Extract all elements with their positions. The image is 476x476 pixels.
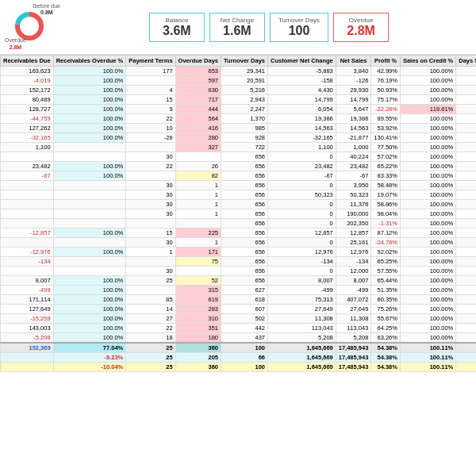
- table-cell: 60.35%: [371, 295, 401, 305]
- summary-cell: 54.38%: [371, 343, 401, 353]
- kpi-net-change: Net Change 1.6M: [209, 13, 265, 42]
- table-cell: 100.0%: [53, 67, 126, 76]
- table-cell: 130.41%: [371, 133, 401, 143]
- table-cell: 656: [221, 228, 268, 238]
- table-cell: 139: [456, 152, 476, 162]
- table-cell: 50.93%: [371, 86, 401, 95]
- table-cell: 0: [268, 152, 336, 162]
- table-cell: 225: [175, 228, 221, 238]
- table-cell: [175, 152, 221, 162]
- table-cell: [175, 267, 221, 276]
- table-cell: 1: [126, 248, 175, 257]
- table-cell: -28: [126, 133, 175, 143]
- table-row: 30165603,95058.48%100.00%1701: [1, 181, 477, 190]
- table-cell: 283: [175, 305, 221, 314]
- table-cell: 624: [456, 219, 476, 228]
- table-row: 301656011,37658.86%100.00%1091: [1, 200, 477, 209]
- kpi-balance-value: 3.6M: [163, 24, 191, 38]
- kpi-turnover-label: Turnover Days: [278, 17, 320, 24]
- table-cell: 656: [221, 152, 268, 162]
- table-cell: 53.92%: [371, 124, 401, 133]
- kpi-overdue-value: 2.8M: [347, 24, 375, 38]
- table-cell: [53, 152, 126, 162]
- table-cell: 100.00%: [400, 209, 455, 219]
- table-cell: [53, 238, 126, 248]
- table-cell: 8,007: [268, 276, 336, 286]
- footer-cell: -10.04%: [53, 363, 126, 372]
- table-cell: 90: [456, 162, 476, 171]
- table-cell: 100.00%: [400, 267, 455, 276]
- table-cell: 75,313: [268, 295, 336, 305]
- table-cell: 118.61%: [400, 105, 455, 114]
- table-cell: 100.00%: [400, 295, 455, 305]
- table-cell: 65.44%: [371, 276, 401, 286]
- col-sales-on-credit: Sales on Credit %: [400, 56, 455, 67]
- table-cell: 100.0%: [53, 333, 126, 344]
- table-cell: 45: [456, 105, 476, 114]
- table-cell: 163,623: [1, 67, 54, 76]
- kpi-turnover-days: Turnover Days 100: [270, 13, 328, 42]
- table-cell: [1, 219, 54, 228]
- table-cell: -32,165: [268, 133, 336, 143]
- table-cell: 407,072: [336, 295, 371, 305]
- table-cell: 57.02%: [371, 152, 401, 162]
- table-cell: 100.00%: [400, 162, 455, 171]
- table-cell: 4: [456, 295, 476, 305]
- table-cell: 190,000: [336, 209, 371, 219]
- table-cell: 30: [126, 190, 175, 200]
- table-cell: 30: [456, 95, 476, 105]
- table-cell: 26: [175, 162, 221, 171]
- footer-cell: 1,645,669: [268, 363, 336, 372]
- table-cell: 18: [126, 333, 175, 344]
- table-cell: 152,172: [1, 86, 54, 95]
- table-cell: 5,208: [268, 333, 336, 344]
- table-cell: 0: [268, 267, 336, 276]
- table-cell: [1, 190, 54, 200]
- table-cell: 25,161: [336, 238, 371, 248]
- table-cell: 177: [126, 67, 175, 76]
- table-cell: 9: [126, 105, 175, 114]
- table-cell: 64.25%: [371, 324, 401, 333]
- col-turnover-days: Turnover Days: [221, 56, 268, 67]
- table-cell: 480: [456, 228, 476, 238]
- table-cell: 100.00%: [400, 86, 455, 95]
- table-cell: 444: [175, 105, 221, 114]
- table-cell: 3,950: [336, 181, 371, 190]
- table-cell: [53, 200, 126, 209]
- table-cell: -12,976: [1, 248, 54, 257]
- col-overdue-days: Overdue Days: [175, 56, 221, 67]
- kpi-net-change-label: Net Change: [221, 17, 255, 24]
- table-area[interactable]: Receivables Due Receivables Overdue % Pa…: [0, 55, 476, 476]
- table-cell: 4: [126, 86, 175, 95]
- table-cell: 77.50%: [371, 143, 401, 152]
- table-cell: 100.00%: [400, 314, 455, 324]
- col-payment-terms: Payment Terms: [126, 56, 175, 67]
- table-cell: 98.04%: [371, 209, 401, 219]
- table-row: -44,759100.0%225641,37019,38619,38689.55…: [1, 114, 477, 124]
- table-cell: 502: [221, 314, 268, 324]
- footer-cell: -9.23%: [53, 353, 126, 363]
- table-cell: 12,976: [268, 248, 336, 257]
- table-cell: -67: [268, 171, 336, 181]
- table-cell: 37: [456, 209, 476, 219]
- table-cell: 0: [268, 181, 336, 190]
- table-cell: 100.00%: [400, 152, 455, 162]
- table-cell: 1: [175, 181, 221, 190]
- table-cell: 167: [456, 114, 476, 124]
- table-cell: 29,341: [221, 67, 268, 76]
- table-cell: 722: [221, 143, 268, 152]
- table-cell: 127,649: [1, 305, 54, 314]
- table-cell: -44,759: [1, 114, 54, 124]
- footer-row: -10.04%253601001,645,66917,485,94354.38%…: [1, 363, 477, 372]
- table-cell: 100.00%: [400, 133, 455, 143]
- table-cell: 100.0%: [53, 276, 126, 286]
- table-cell: 19,386: [268, 114, 336, 124]
- table-cell: 14,563: [336, 124, 371, 133]
- table-cell: 390: [456, 76, 476, 86]
- table-cell: -67: [1, 171, 54, 181]
- table-cell: 656: [221, 276, 268, 286]
- table-cell: 180: [175, 333, 221, 344]
- table-cell: 656: [221, 181, 268, 190]
- table-row: 143,003100.0%22351442113,043113,04364.25…: [1, 324, 477, 333]
- table-cell: 14: [126, 305, 175, 314]
